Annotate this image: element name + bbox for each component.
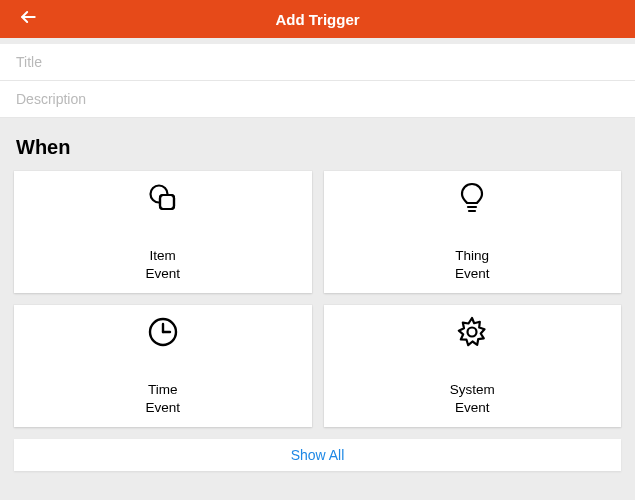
card-label: ItemEvent [145,229,180,284]
item-icon [146,181,180,215]
form-fields [0,44,635,118]
gear-icon [455,315,489,349]
header-bar: Add Trigger [0,0,635,38]
title-input[interactable] [16,44,619,80]
card-label: TimeEvent [145,363,180,418]
back-arrow-icon [18,7,38,31]
card-system-event[interactable]: SystemEvent [324,305,622,427]
card-item-event[interactable]: ItemEvent [14,171,312,293]
section-when-title: When [0,118,635,171]
card-label: SystemEvent [450,363,495,418]
show-all-label: Show All [291,447,345,463]
title-field-row [0,44,635,81]
description-input[interactable] [16,81,619,117]
page-title: Add Trigger [0,11,635,28]
show-all-button[interactable]: Show All [14,439,621,471]
svg-rect-2 [160,195,174,209]
card-time-event[interactable]: TimeEvent [14,305,312,427]
svg-point-9 [468,327,477,336]
trigger-cards-grid: ItemEvent ThingEvent TimeEvent [0,171,635,427]
description-field-row [0,81,635,118]
card-label: ThingEvent [455,229,490,284]
clock-icon [146,315,180,349]
card-thing-event[interactable]: ThingEvent [324,171,622,293]
lightbulb-icon [455,181,489,215]
back-button[interactable] [14,5,42,33]
